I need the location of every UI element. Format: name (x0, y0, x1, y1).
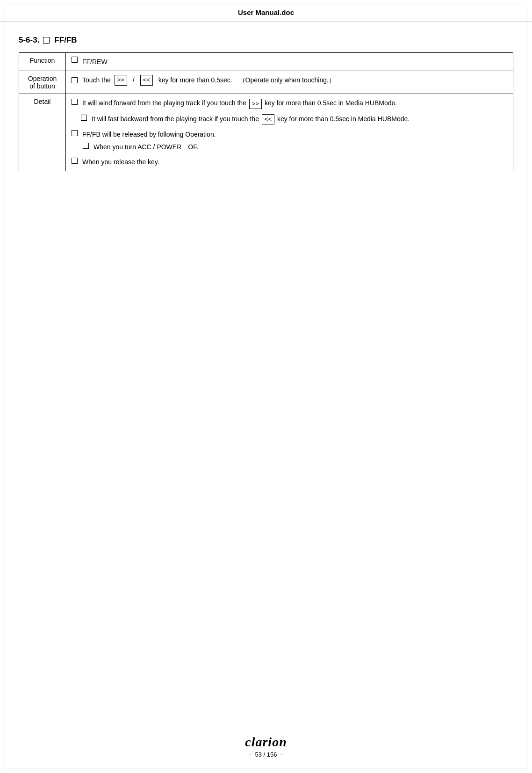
page-footer: clarion － 53 / 156 － (0, 735, 532, 759)
brand-logo: clarion (0, 735, 532, 750)
page-border (5, 5, 527, 768)
page-number: － 53 / 156 － (0, 751, 532, 759)
